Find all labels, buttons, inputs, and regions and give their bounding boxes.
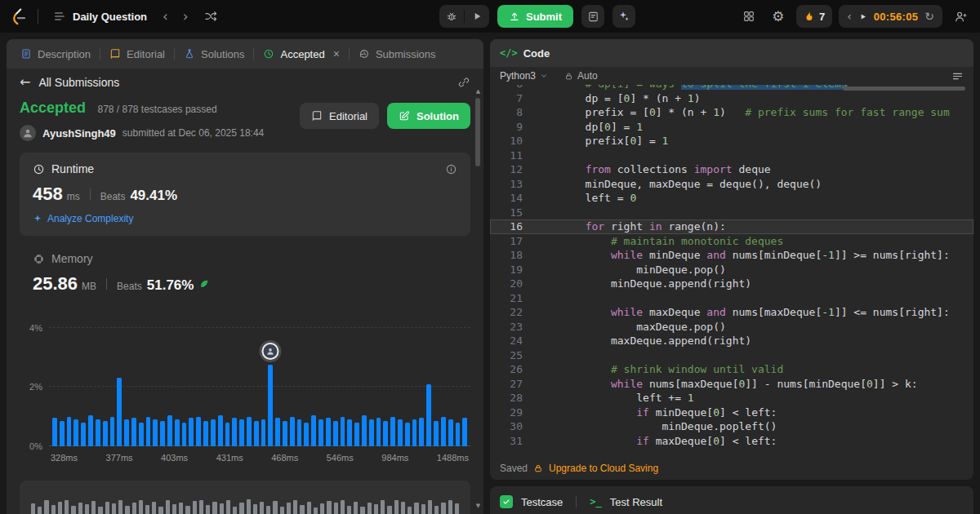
runtime-bar[interactable]: [232, 418, 237, 446]
language-selector[interactable]: Python3: [500, 70, 548, 82]
code-line-15[interactable]: 15: [490, 206, 973, 220]
submit-button[interactable]: Submit: [497, 5, 573, 28]
runtime-bar[interactable]: [131, 418, 136, 446]
leetcode-logo[interactable]: [10, 7, 28, 25]
next-question-button[interactable]: ›: [179, 8, 193, 25]
code-line-8[interactable]: 8 prefix = [0] * (n + 1) # prefix sums f…: [490, 105, 973, 120]
daily-question-menu[interactable]: Daily Question: [48, 7, 152, 26]
runtime-bar[interactable]: [441, 417, 446, 446]
code-line-16[interactable]: 16 for right in range(n):: [490, 219, 973, 234]
runtime-bar[interactable]: [426, 384, 431, 446]
runtime-bar[interactable]: [52, 418, 57, 446]
runtime-bar[interactable]: [103, 421, 108, 446]
autosave-toggle[interactable]: Auto: [564, 70, 598, 82]
code-line-11[interactable]: 11: [490, 148, 973, 163]
runtime-bar[interactable]: [456, 423, 461, 446]
runtime-bar[interactable]: [254, 421, 259, 446]
code-line-17[interactable]: 17 # maintain monotonic deques: [490, 234, 973, 249]
tab-accepted[interactable]: Accepted ×: [257, 39, 345, 69]
runtime-bar[interactable]: [239, 419, 244, 446]
upgrade-cloud-saving-link[interactable]: Upgrade to Cloud Saving: [549, 463, 658, 474]
runtime-bar[interactable]: [139, 423, 144, 446]
scrollbar[interactable]: ▲ ▼: [474, 88, 483, 509]
avatar[interactable]: [20, 125, 36, 141]
code-line-7[interactable]: 7 dp = [0] * (n + 1): [490, 91, 973, 106]
timer-collapse-icon[interactable]: ‹: [847, 11, 852, 22]
timer-play-icon[interactable]: [858, 12, 867, 21]
runtime-bar[interactable]: [211, 419, 216, 446]
runtime-bar[interactable]: [290, 417, 295, 446]
tab-testcase[interactable]: Testcase: [521, 496, 563, 508]
runtime-bar[interactable]: [261, 419, 266, 446]
runtime-bar[interactable]: [354, 423, 359, 446]
runtime-bar[interactable]: [203, 421, 208, 446]
runtime-bar[interactable]: [341, 417, 345, 446]
prev-question-button[interactable]: ‹: [158, 8, 172, 25]
runtime-bar-selected[interactable]: [268, 365, 273, 446]
horizontal-scrollbar-thumb[interactable]: [843, 86, 965, 91]
runtime-bar[interactable]: [182, 423, 187, 446]
code-line-14[interactable]: 14 left = 0: [490, 191, 973, 206]
runtime-bar[interactable]: [218, 415, 223, 446]
runtime-bar[interactable]: [318, 419, 323, 446]
runtime-bar[interactable]: [419, 418, 424, 446]
runtime-bar[interactable]: [175, 419, 180, 446]
debugger-button[interactable]: [439, 5, 464, 28]
runtime-bar[interactable]: [60, 421, 65, 446]
runtime-bar[interactable]: [160, 421, 165, 446]
link-icon[interactable]: [457, 76, 470, 89]
runtime-bar[interactable]: [146, 417, 151, 446]
notes-button[interactable]: [581, 5, 604, 28]
runtime-bar[interactable]: [283, 421, 287, 446]
random-question-button[interactable]: [199, 5, 222, 28]
code-line-19[interactable]: 19 minDeque.pop(): [490, 263, 973, 277]
runtime-bar[interactable]: [333, 421, 338, 446]
runtime-bar[interactable]: [405, 423, 410, 446]
code-line-24[interactable]: 24 maxDeque.append(right): [490, 334, 973, 348]
runtime-bar[interactable]: [247, 417, 252, 446]
runtime-bar[interactable]: [124, 419, 129, 446]
runtime-bar[interactable]: [74, 419, 78, 446]
code-line-12[interactable]: 12 from collections import deque: [490, 162, 973, 177]
code-line-18[interactable]: 18 while minDeque and nums[minDeque[-1]]…: [490, 248, 973, 263]
timer[interactable]: ‹ 00:56:05 ↻: [839, 5, 942, 28]
runtime-card[interactable]: Runtime 458 ms Beats 49.41% Analyze Comp…: [20, 153, 470, 236]
streak-indicator[interactable]: 7: [796, 5, 832, 28]
layout-button[interactable]: [737, 5, 760, 28]
run-button[interactable]: [465, 5, 489, 28]
timer-reset-icon[interactable]: ↻: [924, 11, 934, 22]
runtime-bar[interactable]: [275, 418, 280, 446]
code-editor[interactable]: 6 # dp[i] = ways to split the first i el…: [490, 85, 973, 457]
code-line-13[interactable]: 13 minDeque, maxDeque = deque(), deque(): [490, 177, 973, 192]
tab-test-result[interactable]: Test Result: [610, 496, 662, 508]
code-line-29[interactable]: 29 if minDeque[0] < left:: [490, 405, 973, 420]
runtime-bar[interactable]: [448, 419, 453, 446]
runtime-bar[interactable]: [347, 419, 352, 446]
scroll-down-arrow[interactable]: ▼: [474, 503, 483, 509]
settings-button[interactable]: ⚙: [767, 5, 790, 28]
code-line-21[interactable]: 21: [490, 291, 973, 306]
code-line-23[interactable]: 23 maxDeque.pop(): [490, 320, 973, 335]
runtime-bar[interactable]: [326, 418, 331, 446]
code-line-26[interactable]: 26 # shrink window until valid: [490, 362, 973, 377]
runtime-bar[interactable]: [311, 415, 316, 446]
scroll-up-arrow[interactable]: ▲: [474, 88, 483, 95]
runtime-bar[interactable]: [390, 417, 395, 446]
code-line-28[interactable]: 28 left += 1: [490, 391, 973, 405]
code-line-22[interactable]: 22 while maxDeque and nums[maxDeque[-1]]…: [490, 305, 973, 320]
username[interactable]: AyushSingh49: [42, 127, 116, 140]
info-icon[interactable]: [445, 163, 457, 175]
runtime-bar[interactable]: [67, 417, 72, 446]
runtime-bar[interactable]: [117, 378, 122, 446]
runtime-bar[interactable]: [376, 418, 381, 446]
runtime-bar[interactable]: [297, 419, 302, 446]
code-line-27[interactable]: 27 while nums[maxDeque[0]] - nums[minDeq…: [490, 377, 973, 392]
tab-description[interactable]: Description: [15, 39, 96, 69]
runtime-bar[interactable]: [369, 419, 374, 446]
runtime-bar[interactable]: [189, 418, 194, 446]
code-line-30[interactable]: 30 minDeque.popleft(): [490, 419, 973, 434]
runtime-bar[interactable]: [362, 415, 367, 446]
analyze-complexity-link[interactable]: Analyze Complexity: [33, 213, 457, 224]
close-icon[interactable]: ×: [333, 47, 340, 60]
code-line-31[interactable]: 31 if maxDeque[0] < left:: [490, 434, 973, 449]
